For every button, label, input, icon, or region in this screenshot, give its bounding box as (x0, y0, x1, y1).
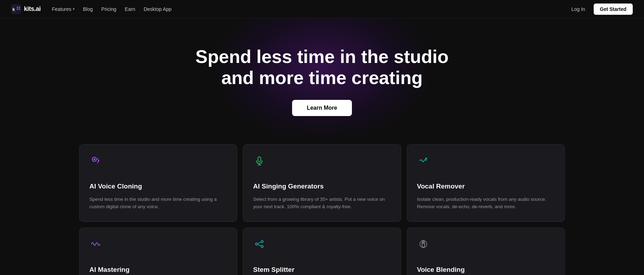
nav-left: k kits.ai Features ▾ Blog Pricing Earn D… (11, 4, 172, 14)
get-started-button[interactable]: Get Started (594, 4, 633, 15)
login-button[interactable]: Log In (567, 4, 589, 14)
nav-desktop-app[interactable]: Desktop App (144, 6, 171, 12)
logo-text: kits.ai (24, 5, 41, 13)
svg-point-12 (255, 243, 258, 245)
cards-section: AI Voice Cloning Spend less time in the … (0, 137, 644, 275)
microphone-icon (253, 154, 266, 167)
card-desc-vocal-remover: Isolate clean, production-ready vocals f… (417, 196, 555, 211)
card-title-ai-voice-cloning: AI Voice Cloning (89, 183, 227, 190)
hero-section: Spend less time in the studio and more t… (0, 18, 644, 137)
svg-point-18 (422, 242, 424, 244)
hero-title: Spend less time in the studio and more t… (195, 46, 448, 89)
nav-right: Log In Get Started (567, 4, 633, 15)
card-title-ai-mastering: AI Mastering (89, 266, 227, 274)
card-voice-blending[interactable]: Voice Blending Combine two AI voices to … (407, 228, 565, 275)
card-ai-voice-cloning[interactable]: AI Voice Cloning Spend less time in the … (79, 144, 237, 222)
svg-rect-4 (17, 8, 18, 10)
vocal-remover-icon (417, 154, 430, 167)
nav-features[interactable]: Features ▾ (52, 6, 75, 12)
svg-point-14 (261, 245, 263, 248)
hero-content: Spend less time in the studio and more t… (195, 46, 448, 116)
card-title-voice-blending: Voice Blending (417, 266, 555, 274)
svg-rect-5 (19, 8, 20, 10)
card-stem-splitter[interactable]: Stem Splitter Effortlessly isolate vocal… (243, 228, 401, 275)
blend-icon (417, 238, 430, 250)
svg-point-13 (261, 241, 263, 243)
card-title-ai-singing-generators: AI Singing Generators (253, 183, 391, 190)
card-ai-mastering[interactable]: AI Mastering Master your music, stems, o… (79, 228, 237, 275)
voice-cloning-icon (89, 154, 102, 167)
waveform-icon (89, 238, 102, 250)
card-desc-ai-voice-cloning: Spend less time in the studio and more t… (89, 196, 227, 211)
svg-text:k: k (13, 7, 15, 12)
svg-point-8 (98, 160, 99, 161)
svg-point-7 (94, 158, 95, 160)
logo[interactable]: k kits.ai (11, 4, 41, 14)
svg-rect-9 (258, 157, 261, 162)
card-vocal-remover[interactable]: Vocal Remover Isolate clean, production-… (407, 144, 565, 222)
card-ai-singing-generators[interactable]: AI Singing Generators Select from a grow… (243, 144, 401, 222)
nav-pricing[interactable]: Pricing (101, 6, 116, 12)
stem-splitter-icon (253, 238, 266, 250)
card-title-vocal-remover: Vocal Remover (417, 183, 555, 190)
learn-more-button[interactable]: Learn More (292, 100, 352, 116)
chevron-down-icon: ▾ (73, 7, 75, 11)
card-desc-ai-singing-generators: Select from a growing library of 35+ art… (253, 196, 391, 211)
svg-rect-3 (19, 7, 20, 8)
nav-links: Features ▾ Blog Pricing Earn Desktop App (52, 6, 172, 12)
nav-earn[interactable]: Earn (125, 6, 135, 12)
cards-grid: AI Voice Cloning Spend less time in the … (79, 144, 565, 275)
svg-rect-2 (17, 7, 18, 8)
navbar: k kits.ai Features ▾ Blog Pricing Earn D… (0, 0, 644, 18)
logo-svg: k (11, 4, 21, 14)
card-title-stem-splitter: Stem Splitter (253, 266, 391, 274)
nav-blog[interactable]: Blog (83, 6, 93, 12)
